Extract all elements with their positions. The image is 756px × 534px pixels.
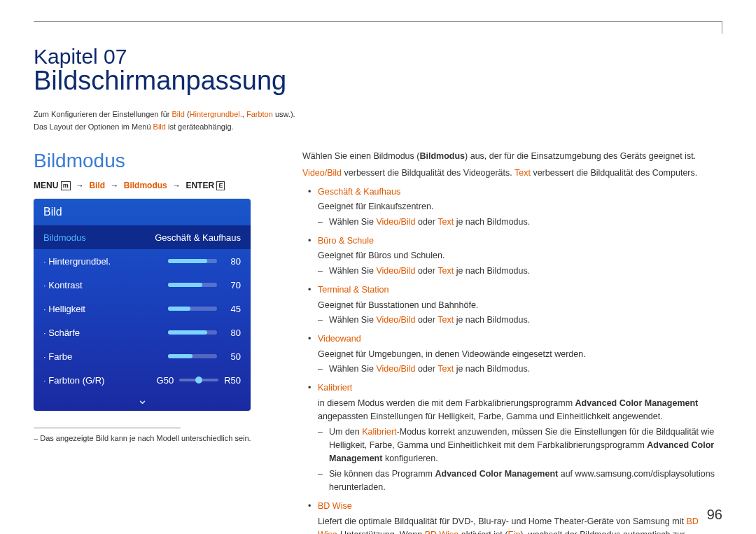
t: Text [438,315,454,325]
t: 80 [223,328,241,338]
footnote-rule [34,428,181,428]
t: Text [438,217,454,227]
t: oder [415,364,438,374]
t: Liefert die optimale Bildqualität für DV… [318,517,686,526]
t: Wählen Sie einen Bildmodus ( [302,151,419,161]
menu-icon: m [61,181,71,190]
item-head: Terminal & Station [318,285,388,295]
t: Sie können das Programm [329,469,435,479]
t: Helligkeit [43,304,168,314]
t: Text [514,168,531,178]
t: 45 [223,304,241,314]
t: Hintergrundbel. [190,110,242,118]
tv-menu: Bild Bildmodus Geschäft & Kaufhaus Hinte… [34,199,251,411]
tv-row-value: Geschäft & Kaufhaus [155,232,241,243]
t: Wählen Sie [329,364,376,374]
t: ( [185,110,190,118]
t: Das Layout der Optionen im Menü [34,122,153,131]
t: usw.). [273,110,295,118]
t: Farbe [43,351,168,362]
page-title: Bildschirmanpassung [34,66,722,96]
t: verbessert die Bildqualität des Computer… [531,168,697,178]
tv-row-selected[interactable]: Bildmodus Geschäft & Kaufhaus [34,225,251,249]
page-number: 96 [707,507,722,523]
t: Ein [507,530,520,534]
t: Um den [329,427,362,437]
t: Geeignet für Büros und Schulen. [318,249,722,262]
t: Farbton [246,110,273,118]
section-heading: Bildmodus [34,150,286,172]
menu-path: MENU m → Bild → Bildmodus → ENTER E [34,181,286,190]
t: BD Wise [425,530,459,534]
tv-row[interactable]: Hintergrundbel.80 [34,249,251,273]
slider[interactable] [168,307,217,311]
enter-icon: E [216,181,225,190]
t: Video/Bild [376,364,415,374]
t: Text [438,266,454,276]
t: verbessert die Bildqualität des Videoger… [342,168,514,178]
list-item: Kalibriert in diesem Modus werden die mi… [302,381,722,494]
t: aktiviert ist ( [458,530,507,534]
tv-row[interactable]: Helligkeit45 [34,297,251,321]
t: ) aus, der für die Einsatzumgebung des G… [465,151,696,161]
item-head: Büro & Schule [318,236,374,246]
t: Bild [89,181,105,190]
chapter-label: Kapitel 07 [34,45,722,69]
footnote: – Das angezeigte Bild kann je nach Model… [34,434,286,442]
t: Wählen Sie [329,315,376,325]
t: Geeignet für Busstationen und Bahnhöfe. [318,299,722,312]
t: je nach Bildmodus. [454,364,530,374]
slider[interactable] [168,354,217,358]
list-item: Geschäft & Kaufhaus Geeignet für Einkauf… [302,185,722,229]
t: Kalibriert [362,427,396,437]
item-head: Geschäft & Kaufhaus [318,187,400,197]
t: 50 [223,351,241,362]
left-column: Bildmodus MENU m → Bild → Bildmodus → EN… [34,150,302,534]
t: Zum Konfigurieren der Einstellungen für [34,110,172,118]
t: Bildmodus [124,181,167,190]
tone-control[interactable]: G50 R50 [157,375,241,386]
tv-row-tone[interactable]: Farbton (G/R) G50 R50 [34,368,251,392]
t: Video/Bild [376,315,415,325]
t: Geeignet für Umgebungen, in denen Videow… [318,348,722,361]
t: 70 [223,280,241,290]
t: 80 [223,256,241,267]
t: oder [415,266,438,276]
tv-row[interactable]: Schärfe80 [34,321,251,344]
t: Advanced Color Management [435,469,558,479]
t: Kontrast [43,280,168,290]
t: Wählen Sie [329,217,376,227]
t: je nach Bildmodus. [454,217,530,227]
t: Video/Bild [376,266,415,276]
list-item: BD Wise Liefert die optimale Bildqualitä… [302,500,722,534]
slider[interactable] [168,330,217,335]
t: Das angezeigte Bild kann je nach Modell … [40,434,251,442]
chevron-down-icon[interactable]: ⌄ [34,392,251,411]
list-item: Videowand Geeignet für Umgebungen, in de… [302,332,722,376]
t: Bildmodus [419,151,465,161]
t: oder [415,315,438,325]
tone-slider[interactable] [179,379,218,381]
t: Advanced Color Management [575,398,699,408]
tv-row[interactable]: Farbe50 [34,344,251,368]
top-rule-vert [722,21,722,34]
right-column: Wählen Sie einen Bildmodus (Bildmodus) a… [302,150,722,534]
list-item: Terminal & Station Geeignet für Busstati… [302,283,722,327]
intro-text: Zum Konfigurieren der Einstellungen für … [34,108,722,133]
t: Video/Bild [302,168,342,178]
slider[interactable] [168,283,217,287]
tv-row[interactable]: Kontrast70 [34,273,251,297]
t: R50 [224,375,241,386]
slider[interactable] [168,259,217,263]
t: Farbton (G/R) [43,375,157,386]
tv-row-label: Bildmodus [43,232,155,243]
t: Wählen Sie [329,266,376,276]
top-rule [34,21,722,22]
t: Text [438,364,454,374]
t: Schärfe [43,328,168,338]
t: G50 [157,375,174,386]
item-head: Kalibriert [318,383,352,393]
t: angepassten Einstellungen für Helligkeit… [318,412,663,421]
t: je nach Bildmodus. [454,266,530,276]
t: konfigurieren. [382,454,438,463]
